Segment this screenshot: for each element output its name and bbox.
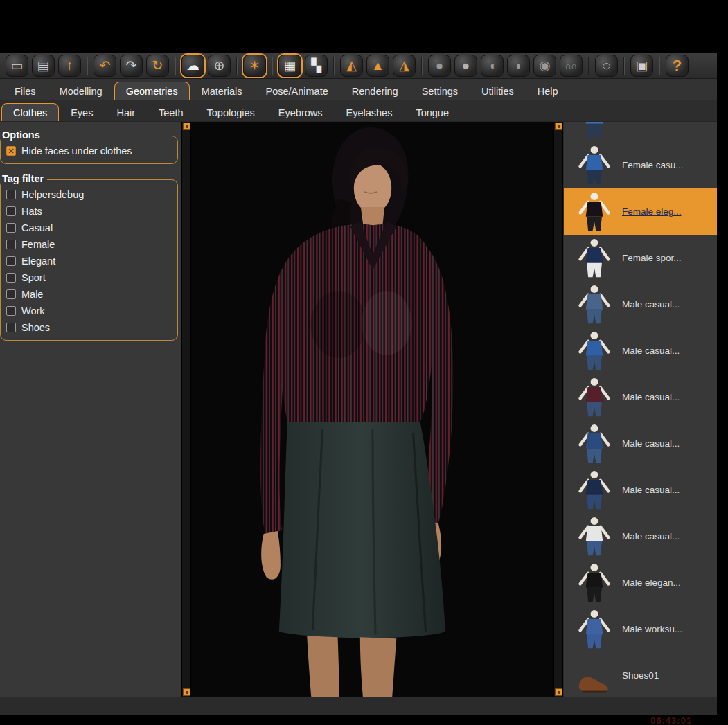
toolbar-icons: ▭▤↑↶↷↻☁⊕✶▦▚◭▲◮●●◖◗◉∩∩◌▣? [0, 53, 717, 79]
checkbox-box[interactable] [6, 323, 16, 332]
wireframe-globe-glyph: ⊕ [214, 59, 225, 72]
tab-files[interactable]: Files [3, 82, 48, 100]
checkbox-label: Hats [21, 206, 42, 217]
clothes-item-female-eleg-2[interactable]: Female eleg... [564, 188, 717, 235]
wireframe-globe-icon[interactable]: ⊕ [208, 55, 231, 77]
subtab-tongue[interactable]: Tongue [404, 103, 461, 121]
options-checklist: ✕Hide faces under clothes [6, 143, 173, 159]
globe-view-icon[interactable]: ◉ [533, 55, 556, 77]
clothes-item-female-spor-3[interactable]: Female spor... [564, 235, 717, 281]
clothes-thumbnail [575, 145, 614, 186]
clothes-item-female-casu-1[interactable]: Female casu... [564, 142, 717, 188]
tab-utilities[interactable]: Utilities [470, 82, 526, 100]
globe-view-glyph: ◉ [539, 59, 551, 72]
clothes-item-male-casual-8[interactable]: Male casual... [564, 467, 717, 513]
status-bar [0, 697, 717, 715]
toolbar-separator [588, 57, 589, 75]
new-mesh-icon[interactable]: ▭ [6, 55, 28, 77]
viewport-3d[interactable] [191, 122, 553, 697]
checkbox-box[interactable]: ✕ [6, 146, 16, 156]
checkbox-box[interactable] [6, 240, 16, 249]
grid-icon[interactable]: ▦ [278, 55, 301, 77]
symmetry-icon[interactable]: ▲ [366, 55, 389, 77]
clothes-item-male-elegan-10[interactable]: Male elegan... [564, 560, 717, 606]
checkbox-box[interactable] [6, 223, 16, 233]
checkbox-female[interactable]: Female [6, 236, 173, 253]
background-checker-icon[interactable]: ▚ [305, 55, 328, 77]
clothes-item-male-casual-5[interactable]: Male casual... [564, 328, 717, 374]
skeleton-icon[interactable]: ✶ [243, 55, 266, 77]
grid-glyph: ▦ [284, 59, 296, 72]
head-right-view-icon[interactable]: ◗ [507, 55, 530, 77]
clothes-item-male-worksu-11[interactable]: Male worksu... [564, 606, 717, 652]
clothes-item-label: Shoes01 [622, 670, 659, 681]
symmetry-left-icon[interactable]: ◭ [340, 55, 363, 77]
smooth-shading-icon[interactable]: ☁ [181, 55, 204, 77]
clothes-thumbnail [575, 284, 614, 325]
face-selection-icon[interactable]: ◌ [595, 55, 618, 77]
tab-rendering[interactable]: Rendering [340, 82, 410, 100]
toolbar-separator [421, 57, 423, 75]
clothes-item-female-casu-0[interactable]: Female casu... [564, 122, 717, 142]
subtab-eyelashes[interactable]: Eyelashes [335, 103, 405, 121]
checkbox-box[interactable] [6, 206, 16, 216]
viewport-scrollbar-left[interactable] [181, 122, 191, 697]
load-icon[interactable]: ↑ [58, 55, 81, 77]
subtab-teeth[interactable]: Teeth [147, 103, 195, 121]
clothes-item-male-casual-4[interactable]: Male casual... [564, 281, 717, 328]
tab-pose-animate[interactable]: Pose/Animate [254, 82, 339, 100]
checkbox-box[interactable] [6, 306, 16, 316]
render-view-glyph: ▣ [636, 59, 648, 72]
right-letterbox [717, 53, 728, 715]
viewport-scrollbar-right[interactable] [553, 122, 563, 697]
clothes-item-male-casual-7[interactable]: Male casual... [564, 420, 717, 467]
scrollbar-handle-bottom-right[interactable] [555, 688, 562, 696]
checkbox-sport[interactable]: Sport [6, 269, 173, 286]
reload-icon[interactable]: ↻ [146, 55, 169, 77]
render-view-icon[interactable]: ▣ [630, 55, 653, 77]
scrollbar-handle-bottom-left[interactable] [183, 688, 190, 696]
undo-icon[interactable]: ↶ [94, 55, 116, 77]
scrollbar-handle-top-right[interactable] [555, 123, 562, 130]
clothes-item-male-casual-9[interactable]: Male casual... [564, 513, 717, 560]
subtab-topologies[interactable]: Topologies [195, 103, 267, 121]
smooth-shading-glyph: ☁ [186, 59, 199, 72]
checkbox-elegant[interactable]: Elegant [6, 253, 173, 269]
clothes-item-male-casual-6[interactable]: Male casual... [564, 374, 717, 420]
checkbox-male[interactable]: Male [6, 286, 173, 303]
save-icon[interactable]: ▤ [32, 55, 55, 77]
clothes-item-label: Male casual... [622, 299, 680, 310]
head-back-view-icon[interactable]: ● [428, 55, 451, 77]
checkbox-box[interactable] [6, 190, 16, 199]
tab-settings[interactable]: Settings [410, 82, 470, 100]
subtab-clothes[interactable]: Clothes [1, 103, 59, 121]
checkbox-box[interactable] [6, 256, 16, 266]
checkbox-box[interactable] [6, 273, 16, 283]
head-left-view-icon[interactable]: ◖ [481, 55, 504, 77]
checkbox-casual[interactable]: Casual [6, 220, 173, 236]
tab-help[interactable]: Help [526, 82, 570, 100]
checkbox-box[interactable] [6, 289, 16, 299]
clothes-item-label: Male worksu... [622, 624, 682, 634]
checkbox-helpersdebug[interactable]: Helpersdebug [6, 186, 173, 203]
head-front-view-icon[interactable]: ● [454, 55, 477, 77]
help-icon[interactable]: ? [666, 55, 689, 77]
checkbox-shoes[interactable]: Shoes [6, 319, 173, 336]
tab-geometries[interactable]: Geometries [114, 82, 190, 100]
checkbox-hats[interactable]: Hats [6, 203, 173, 220]
clothes-item-shoes01-12[interactable]: Shoes01 [564, 652, 717, 697]
checkbox-work[interactable]: Work [6, 303, 173, 319]
symmetry-right-icon[interactable]: ◮ [393, 55, 416, 77]
scrollbar-handle-top-left[interactable] [183, 123, 190, 130]
clothes-thumbnail [575, 377, 614, 418]
tab-materials[interactable]: Materials [190, 82, 254, 100]
checkbox-hide-faces-under-clothes[interactable]: ✕Hide faces under clothes [6, 143, 173, 159]
subtab-eyebrows[interactable]: Eyebrows [267, 103, 335, 121]
tab-modelling[interactable]: Modelling [48, 82, 114, 100]
save-glyph: ▤ [37, 59, 50, 72]
subtab-eyes[interactable]: Eyes [59, 103, 105, 121]
subtab-hair[interactable]: Hair [105, 103, 147, 121]
body-parts-icon[interactable]: ∩∩ [560, 55, 583, 77]
checkbox-label: Hide faces under clothes [21, 145, 132, 156]
redo-icon[interactable]: ↷ [120, 55, 143, 77]
